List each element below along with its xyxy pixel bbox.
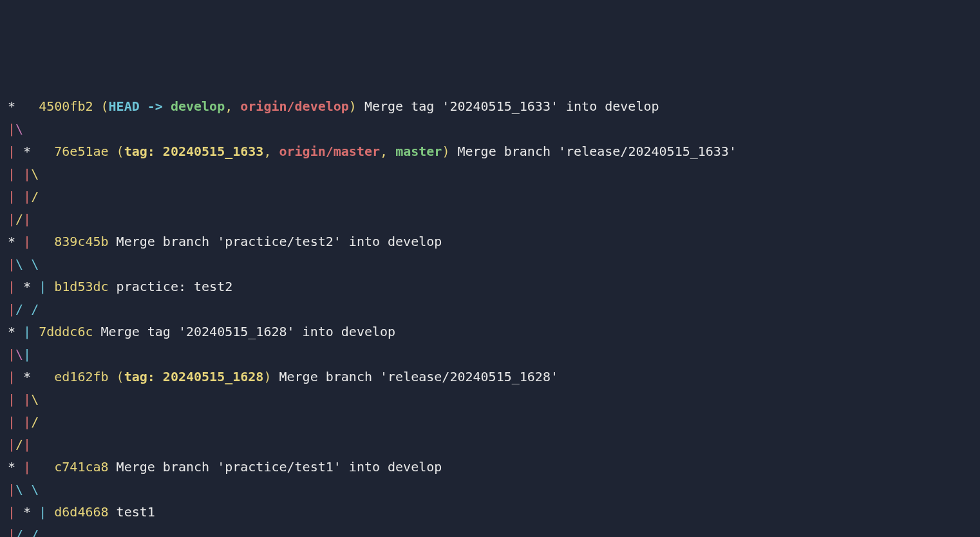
git-log-segment: HEAD -> xyxy=(109,99,171,114)
git-log-segment: test1 xyxy=(109,504,155,520)
git-log-segment: 4500fb2 xyxy=(39,99,93,114)
git-log-segment xyxy=(15,391,23,407)
git-log-segment: | xyxy=(23,459,31,475)
git-log-segment: develop xyxy=(171,99,225,114)
git-log-segment: ) xyxy=(349,99,357,114)
git-log-segment: d6d4668 xyxy=(54,504,108,520)
git-log-line: |/ / xyxy=(8,298,972,321)
git-log-segment: * xyxy=(23,279,31,294)
git-log-segment xyxy=(31,504,39,520)
git-log-line: | * ed162fb (tag: 20240515_1628) Merge b… xyxy=(8,366,972,388)
git-log-segment: | xyxy=(39,279,46,294)
git-log-segment: / xyxy=(15,437,23,452)
git-log-segment: / xyxy=(31,414,39,429)
git-log-segment: * xyxy=(23,144,31,159)
git-log-segment: | xyxy=(8,527,15,537)
git-log-segment: / xyxy=(31,189,39,204)
git-log-segment: \ xyxy=(31,482,39,497)
git-log-line: | * | d6d4668 test1 xyxy=(8,501,972,523)
git-log-segment: Merge branch 'release/20240515_1633' xyxy=(449,144,737,159)
git-log-segment xyxy=(31,144,54,159)
git-log-segment: | xyxy=(8,482,15,497)
git-log-segment xyxy=(46,279,54,294)
git-log-line: * | c741ca8 Merge branch 'practice/test1… xyxy=(8,456,972,478)
git-log-segment: , xyxy=(225,99,240,114)
git-log-segment: c741ca8 xyxy=(54,459,108,475)
git-log-segment: | xyxy=(39,504,46,520)
git-log-segment: / xyxy=(15,301,23,317)
git-log-segment: 7dddc6c xyxy=(39,324,93,339)
git-log-segment: | xyxy=(8,189,15,204)
git-log-line: |/| xyxy=(8,208,972,231)
git-log-segment xyxy=(15,369,23,384)
git-log-segment: tag: 20240515_1633 xyxy=(124,144,264,159)
git-log-line: | |/ xyxy=(8,185,972,208)
git-log-segment: origin/develop xyxy=(240,99,349,114)
git-log-line: |/| xyxy=(8,433,972,456)
git-log-segment xyxy=(15,504,23,520)
git-log-segment: tag: 20240515_1628 xyxy=(124,369,264,384)
git-log-segment: Merge tag '20240515_1633' into develop xyxy=(357,99,659,114)
git-log-segment: 76e51ae xyxy=(54,144,108,159)
git-log-segment: master xyxy=(395,144,442,159)
git-log-segment: | xyxy=(8,437,15,452)
git-log-segment: ) xyxy=(263,369,271,384)
git-log-segment: | xyxy=(23,166,31,182)
git-log-segment xyxy=(46,504,54,520)
git-log-segment: * xyxy=(8,324,23,339)
git-log-segment xyxy=(15,414,23,429)
git-log-segment: | xyxy=(8,391,15,407)
git-log-segment: * xyxy=(8,99,39,114)
git-log-segment: / xyxy=(15,527,23,537)
git-log-line: |\| xyxy=(8,343,972,366)
git-log-segment xyxy=(15,144,23,159)
git-log-segment xyxy=(23,301,31,317)
git-log-segment: | xyxy=(23,414,31,429)
git-log-line: |\ \ xyxy=(8,253,972,276)
git-log-segment: b1d53dc xyxy=(54,279,108,294)
git-log-segment: | xyxy=(8,279,15,294)
git-log-segment: \ xyxy=(15,256,23,272)
git-log-segment: | xyxy=(8,414,15,429)
git-log-segment: | xyxy=(8,166,15,182)
git-log-segment xyxy=(15,279,23,294)
git-log-segment xyxy=(31,459,54,475)
git-log-segment: | xyxy=(23,211,31,227)
git-log-segment: Merge tag '20240515_1628' into develop xyxy=(93,324,395,339)
git-log-segment xyxy=(15,166,23,182)
git-log-segment: * xyxy=(23,369,31,384)
git-log-segment: / xyxy=(31,527,39,537)
git-log-segment: ed162fb xyxy=(54,369,108,384)
git-log-segment: ( xyxy=(109,144,124,159)
git-log-segment: ) xyxy=(442,144,449,159)
git-log-segment: | xyxy=(23,324,31,339)
git-log-line: | * | b1d53dc practice: test2 xyxy=(8,276,972,298)
git-log-segment: Merge branch 'practice/test1' into devel… xyxy=(109,459,442,475)
git-log-segment: * xyxy=(8,234,23,249)
git-log-segment xyxy=(23,256,31,272)
git-log-segment xyxy=(31,279,39,294)
git-log-segment: \ xyxy=(31,166,39,182)
git-log-segment: \ xyxy=(15,482,23,497)
git-log-line: |/ / xyxy=(8,523,972,537)
git-log-segment: \ xyxy=(31,391,39,407)
git-log-segment: | xyxy=(8,301,15,317)
git-log-segment xyxy=(15,189,23,204)
git-log-segment: | xyxy=(8,504,15,520)
git-log-segment: \ xyxy=(15,121,23,137)
git-log-segment: , xyxy=(263,144,279,159)
git-log-segment xyxy=(23,482,31,497)
git-log-segment: * xyxy=(8,459,23,475)
git-log-segment: Merge branch 'release/20240515_1628' xyxy=(271,369,558,384)
git-log-line: * 4500fb2 (HEAD -> develop, origin/devel… xyxy=(8,95,972,118)
git-log-segment: | xyxy=(23,189,31,204)
git-log-segment: | xyxy=(23,437,31,452)
git-log-segment: / xyxy=(15,211,23,227)
git-log-line: | * 76e51ae (tag: 20240515_1633, origin/… xyxy=(8,140,972,163)
git-log-segment: \ xyxy=(15,346,23,362)
git-log-output: * 4500fb2 (HEAD -> develop, origin/devel… xyxy=(8,95,972,537)
git-log-segment: , xyxy=(380,144,395,159)
git-log-line: | |/ xyxy=(8,411,972,433)
git-log-segment: origin/master xyxy=(279,144,381,159)
git-log-segment: Merge branch 'practice/test2' into devel… xyxy=(109,234,442,249)
